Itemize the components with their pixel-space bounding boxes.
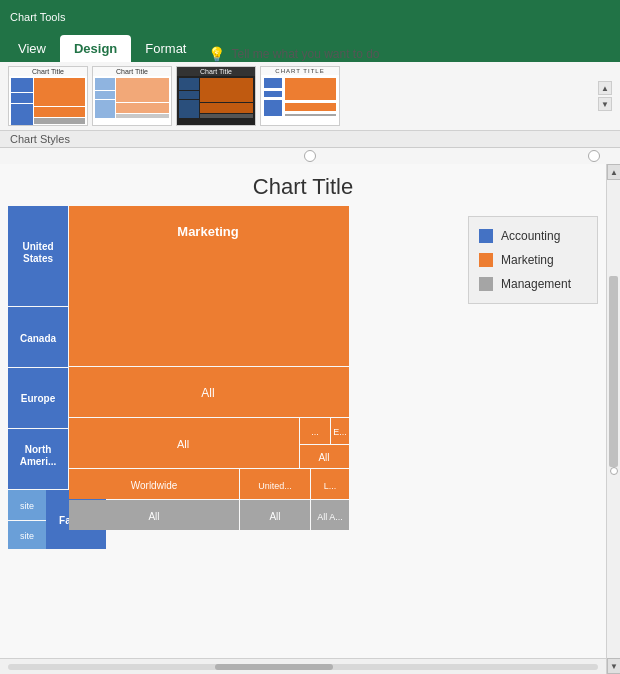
thumb-body-4 [261, 75, 339, 125]
v-scroll-handle-dots [609, 467, 618, 475]
chart-styles-label: Chart Styles [10, 133, 70, 145]
ellipsis-label: ... [311, 427, 319, 437]
tab-design[interactable]: Design [60, 35, 131, 62]
tell-me-box[interactable]: 💡 Tell me what you want to do [208, 46, 379, 62]
north-america-label1: North [25, 444, 52, 455]
v-scroll-track[interactable] [607, 180, 620, 658]
h-scroll-thumb [215, 664, 333, 670]
all2-label: All [177, 438, 189, 450]
chart-style-thumb-3[interactable]: Chart Title [176, 66, 256, 126]
h-scroll-handle-right[interactable] [588, 150, 600, 162]
tell-me-text: Tell me what you want to do [231, 47, 379, 61]
us-label2: States [23, 253, 53, 264]
all1-label: All [201, 386, 214, 400]
worldwide-label: Worldwide [131, 480, 178, 491]
thumb-scroll-arrows: ▲ ▼ [598, 81, 612, 111]
thumb-title-1: Chart Title [9, 67, 87, 76]
treemap-svg: United States Canada Europe North Ameri.… [8, 206, 438, 566]
treemap-area: United States Canada Europe North Ameri.… [8, 206, 458, 658]
site2-label: site [20, 531, 34, 541]
marketing-label: Marketing [177, 224, 238, 239]
chart-tools-label: Chart Tools [10, 11, 65, 26]
tab-format[interactable]: Format [131, 35, 200, 62]
thumb-body-1 [9, 76, 87, 126]
europe-label: Europe [21, 393, 56, 404]
chart-style-thumb-2[interactable]: Chart Title [92, 66, 172, 126]
v-scroll-thumb [609, 276, 618, 467]
thumbnail-container: Chart Title Chart Title [8, 66, 592, 126]
tab-view[interactable]: View [4, 35, 60, 62]
us-label: United [22, 241, 53, 252]
all-bottom2-label: All [269, 511, 280, 522]
legend-marketing: Marketing [479, 253, 587, 267]
chart-container: Chart Title United States Canada [0, 164, 606, 674]
ribbon-tabs: View Design Format 💡 Tell me what you wa… [0, 26, 620, 62]
v-scroll-down-btn[interactable]: ▼ [607, 658, 620, 674]
legend-marketing-color [479, 253, 493, 267]
legend-management: Management [479, 277, 587, 291]
united-abbr-label: United... [258, 481, 292, 491]
scroll-up-arrow[interactable]: ▲ [598, 81, 612, 95]
chart-style-thumb-4[interactable]: CHART TITLE [260, 66, 340, 126]
site1-label: site [20, 501, 34, 511]
thumb-body-2 [93, 76, 171, 125]
north-america-label2: Ameri... [20, 456, 57, 467]
v-scroll-up-btn[interactable]: ▲ [607, 164, 620, 180]
l-label: L... [324, 481, 337, 491]
legend-accounting: Accounting [479, 229, 587, 243]
v-scroll-handle-circle [610, 467, 618, 475]
thumb-body-3 [177, 76, 255, 125]
h-scroll-handle[interactable] [304, 150, 316, 162]
e-label: E... [333, 427, 347, 437]
all-bottom3-label: All A... [317, 512, 343, 522]
right-scrollbar: ▲ ▼ [606, 164, 620, 674]
thumb-title-4: CHART TITLE [261, 67, 339, 75]
chart-title-area: Chart Title [0, 164, 606, 206]
bottom-scroll-bar [0, 658, 606, 674]
chart-tools-bar: Chart Tools [0, 0, 620, 26]
lightbulb-icon: 💡 [208, 46, 225, 62]
chart-legend: Accounting Marketing Management [468, 216, 598, 304]
chart-style-thumb-1[interactable]: Chart Title [8, 66, 88, 126]
treemap-section: United States Canada Europe North Ameri.… [0, 206, 606, 658]
h-scroll-track[interactable] [8, 664, 598, 670]
chart-title: Chart Title [253, 174, 353, 199]
all3-label: All [318, 452, 329, 463]
thumb-title-2: Chart Title [93, 67, 171, 76]
thumb-title-3: Chart Title [177, 67, 255, 76]
all-bottom1-label: All [148, 511, 159, 522]
main-content: Chart Title United States Canada [0, 164, 620, 674]
legend-management-color [479, 277, 493, 291]
legend-accounting-label: Accounting [501, 229, 560, 243]
legend-accounting-color [479, 229, 493, 243]
h-scroll-area [0, 148, 620, 164]
chart-styles-row: Chart Title Chart Title [0, 62, 620, 131]
legend-management-label: Management [501, 277, 571, 291]
legend-marketing-label: Marketing [501, 253, 554, 267]
scroll-down-arrow[interactable]: ▼ [598, 97, 612, 111]
canada-label: Canada [20, 333, 57, 344]
chart-styles-label-row: Chart Styles [0, 131, 620, 148]
